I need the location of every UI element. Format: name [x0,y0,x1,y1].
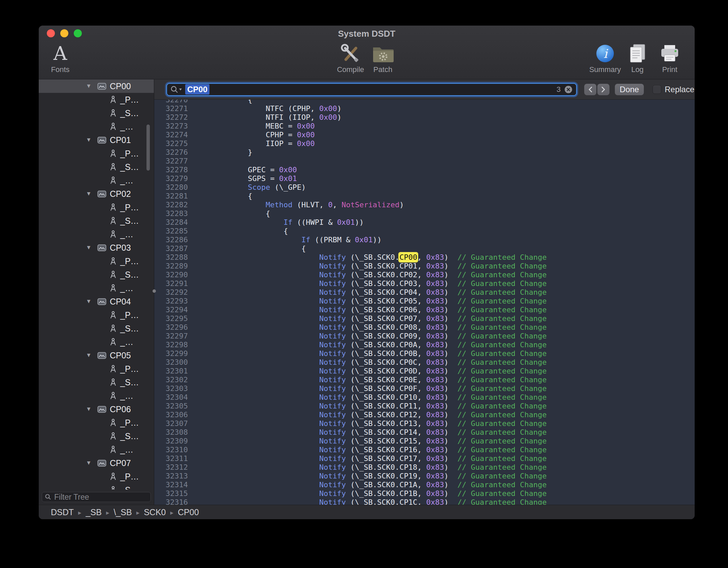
disclosure-triangle-icon[interactable]: ▼ [86,190,97,197]
disclosure-triangle-icon[interactable]: ▼ [86,244,97,251]
tree-item-cp06[interactable]: ▼CP06 [39,402,154,416]
filter-tree-input[interactable]: Filter Tree [42,492,151,502]
summary-button[interactable]: i Summary [589,42,621,74]
clear-search-button[interactable] [564,85,573,94]
tree-item-cp04[interactable]: ▼CP04 [39,295,154,308]
code-line: 32299 Notify (\_SB.SCK0.CP0B, 0x83) // G… [154,349,695,358]
breadcrumb-separator-icon: ▸ [170,509,173,516]
tree-item-label: _S… [120,270,139,280]
tree-child-item[interactable]: _P… [39,470,154,483]
code-text: { [188,244,306,253]
close-button[interactable] [47,29,55,37]
tree-child-item[interactable]: _P… [39,201,154,214]
tree-item-label: CP03 [110,243,131,253]
tree-child-item[interactable]: _S… [39,429,154,443]
compile-button[interactable]: Compile [334,42,367,74]
code-line: 32301 Notify (\_SB.SCK0.CP0D, 0x83) // G… [154,367,695,376]
breadcrumb-item[interactable]: SCK0 [144,507,166,517]
line-number: 32301 [154,367,188,376]
tree-item-cp01[interactable]: ▼CP01 [39,133,154,147]
tree-child-item[interactable]: _P… [39,416,154,429]
tree-item-label: _… [120,445,133,455]
tree-child-item[interactable]: _P… [39,362,154,376]
disclosure-triangle-icon[interactable]: ▼ [86,406,97,413]
minimize-button[interactable] [60,29,68,37]
tree-item-label: _… [120,391,133,401]
line-number: 32273 [154,122,188,131]
tree-item-cp05[interactable]: ▼CP05 [39,349,154,362]
log-button[interactable]: Log [621,42,654,74]
replace-checkbox[interactable] [653,85,661,94]
sidebar-scrollbar[interactable] [146,125,150,171]
code-line: 32282 Method (HLVT, 0, NotSerialized) [154,201,695,209]
tree-child-item[interactable]: _P… [39,308,154,322]
code-text: Notify (\_SB.SCK0.CP08, 0x83) // Guarant… [188,323,547,332]
print-button[interactable]: Print [654,42,686,74]
code-line: 32281 { [154,192,695,201]
line-number: 32275 [154,139,188,148]
fonts-button[interactable]: A Fonts [44,42,76,74]
method-icon [109,109,117,117]
tree-item-cp07[interactable]: ▼CP07 [39,456,154,470]
code-editor[interactable]: 32270 {32271 NTFC (CPHP, 0x00)32272 NTFI… [154,100,695,505]
tree-item-label: _… [120,337,133,347]
filter-placeholder: Filter Tree [54,493,89,502]
code-line: 32290 Notify (\_SB.SCK0.CP02, 0x83) // G… [154,271,695,279]
tree-item-cp02[interactable]: ▼CP02 [39,187,154,201]
tree-item-label: _S… [120,216,139,226]
zoom-button[interactable] [74,29,82,37]
find-query-selected-text: CP00 [185,84,209,95]
disclosure-triangle-icon[interactable]: ▼ [86,137,97,143]
line-number: 32286 [154,236,188,244]
code-line: 32283 { [154,209,695,218]
tree-child-item[interactable]: _… [39,174,154,187]
find-query: CP00 [185,85,557,94]
line-number: 32271 [154,104,188,113]
tree-child-item[interactable]: _S… [39,322,154,335]
done-button[interactable]: Done [615,84,644,95]
code-text: Notify (\_SB.SCK0.CP01, 0x83) // Guarant… [188,262,547,271]
code-line: 32272 NTFI (IIOP, 0x00) [154,113,695,122]
tree-child-item[interactable]: _… [39,443,154,456]
titlebar[interactable]: System DSDT [39,26,695,40]
tree-child-item[interactable]: _… [39,120,154,133]
tree-child-item[interactable]: _P… [39,93,154,106]
breadcrumb-item[interactable]: _SB [86,507,102,517]
tree-item-cp03[interactable]: ▼CP03 [39,241,154,254]
method-icon [109,96,117,104]
splitter-handle[interactable] [153,289,156,293]
tree-child-item[interactable]: _… [39,227,154,241]
tree-child-item[interactable]: _S… [39,106,154,120]
search-menu-icon[interactable] [170,85,183,94]
code-text: Notify (\_SB.SCK0.CP0A, 0x83) // Guarant… [188,341,547,349]
tree-child-item[interactable]: _S… [39,160,154,174]
line-number: 32307 [154,419,188,428]
tree-child-item[interactable]: _S… [39,268,154,281]
code-line: 32302 Notify (\_SB.SCK0.CP0E, 0x83) // G… [154,376,695,384]
disclosure-triangle-icon[interactable]: ▼ [86,352,97,359]
tree-child-item[interactable]: _S… [39,483,154,490]
breadcrumb-item[interactable]: \_SB [113,507,132,517]
find-input[interactable]: CP00 3 [166,83,577,96]
tree-child-item[interactable]: _S… [39,376,154,389]
tree-child-item[interactable]: _P… [39,254,154,268]
tree-child-item[interactable]: _S… [39,214,154,227]
tree-child-item[interactable]: _… [39,389,154,402]
info-icon: i [596,42,615,65]
tree-item-cp00[interactable]: ▼CP00 [39,79,154,93]
disclosure-triangle-icon[interactable]: ▼ [86,83,97,90]
breadcrumb-item[interactable]: CP00 [178,507,199,517]
disclosure-triangle-icon[interactable]: ▼ [86,460,97,466]
find-next-button[interactable] [597,84,609,95]
breadcrumb-item[interactable]: DSDT [51,507,74,517]
tree-child-item[interactable]: _P… [39,147,154,160]
code-line: 32308 Notify (\_SB.SCK0.CP14, 0x83) // G… [154,428,695,437]
method-icon [109,365,117,373]
patch-button[interactable]: Patch [367,42,399,74]
find-previous-button[interactable] [584,84,596,95]
tree-item-label: _S… [120,485,139,490]
tree-child-item[interactable]: _… [39,335,154,349]
disclosure-triangle-icon[interactable]: ▼ [86,298,97,305]
code-line: 32306 Notify (\_SB.SCK0.CP12, 0x83) // G… [154,411,695,419]
tree-child-item[interactable]: _… [39,281,154,295]
